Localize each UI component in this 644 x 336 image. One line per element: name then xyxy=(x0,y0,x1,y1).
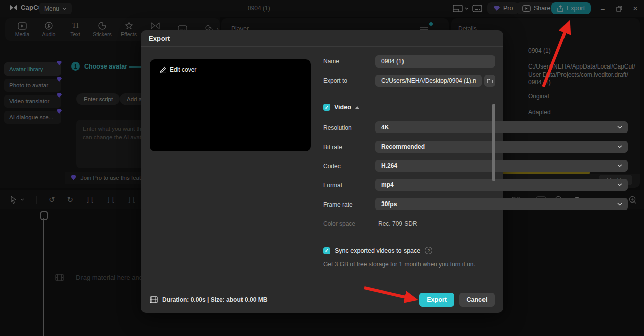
colorspace-label: Color space xyxy=(323,220,355,227)
question-glyph: ? xyxy=(427,248,430,253)
help-icon[interactable]: ? xyxy=(425,247,432,254)
collapse-icon[interactable] xyxy=(355,106,359,109)
codec-value: H.264 xyxy=(381,162,397,169)
resolution-value: 4K xyxy=(381,124,389,131)
cover-preview[interactable]: Edit cover xyxy=(150,59,311,151)
chevron-down-icon xyxy=(617,145,622,148)
chevron-down-icon xyxy=(617,183,622,186)
bitrate-value: Recommended xyxy=(381,143,425,150)
duration-size-text: Duration: 0.00s | Size: about 0.00 MB xyxy=(162,296,267,303)
export-dialog-header: Export xyxy=(141,30,503,47)
video-checkbox[interactable]: ✓ xyxy=(323,104,330,111)
export-to-label: Export to xyxy=(323,77,347,84)
sync-hint: Get 3 GB of free storage for 1 month whe… xyxy=(323,261,475,268)
dialog-scrollbar[interactable] xyxy=(492,104,495,181)
edit-cover-button[interactable]: Edit cover xyxy=(160,66,196,73)
check-icon: ✓ xyxy=(325,248,329,253)
framerate-value: 30fps xyxy=(381,200,397,208)
sync-toggle-row[interactable]: ✓ Sync exported videos to space ? xyxy=(323,247,432,254)
pencil-icon xyxy=(160,66,166,73)
edit-cover-label: Edit cover xyxy=(170,66,196,73)
name-input[interactable] xyxy=(375,55,495,68)
bitrate-label: Bit rate xyxy=(323,144,342,151)
duration-info-row: Duration: 0.00s | Size: about 0.00 MB xyxy=(150,296,267,303)
browse-folder-button[interactable] xyxy=(484,75,495,87)
name-label: Name xyxy=(323,58,339,65)
format-select[interactable]: mp4 xyxy=(375,179,628,191)
colorspace-value: Rec. 709 SDR xyxy=(378,220,417,227)
resolution-label: Resolution xyxy=(323,124,352,131)
export-confirm-label: Export xyxy=(427,296,447,303)
export-dialog-title: Export xyxy=(149,35,170,42)
codec-select[interactable]: H.264 xyxy=(375,160,628,172)
chevron-down-icon xyxy=(617,164,622,167)
chevron-down-icon xyxy=(617,203,622,206)
export-dialog: Export Edit cover Name Export to ✓ xyxy=(141,30,503,313)
framerate-label: Frame rate xyxy=(323,201,353,208)
chevron-down-icon xyxy=(617,126,622,129)
video-section-label: Video xyxy=(334,104,351,111)
cancel-label: Cancel xyxy=(467,296,488,303)
folder-icon xyxy=(487,78,493,84)
film-icon xyxy=(150,296,158,303)
framerate-select[interactable]: 30fps xyxy=(375,198,628,210)
format-label: Format xyxy=(323,182,342,189)
export-to-input[interactable] xyxy=(375,75,482,87)
check-icon: ✓ xyxy=(325,105,329,110)
format-value: mp4 xyxy=(381,181,394,188)
cancel-button[interactable]: Cancel xyxy=(459,293,495,307)
sync-checkbox[interactable]: ✓ xyxy=(323,247,330,254)
resolution-select[interactable]: 4K xyxy=(375,121,628,133)
bitrate-select[interactable]: Recommended xyxy=(375,141,628,153)
sync-label: Sync exported videos to space xyxy=(335,247,420,254)
capcut-window: CapCut Menu 0904 (1) xyxy=(0,0,644,336)
video-section-toggle[interactable]: ✓ Video xyxy=(323,104,359,111)
export-confirm-button[interactable]: Export xyxy=(419,293,454,307)
codec-label: Codec xyxy=(323,163,341,170)
